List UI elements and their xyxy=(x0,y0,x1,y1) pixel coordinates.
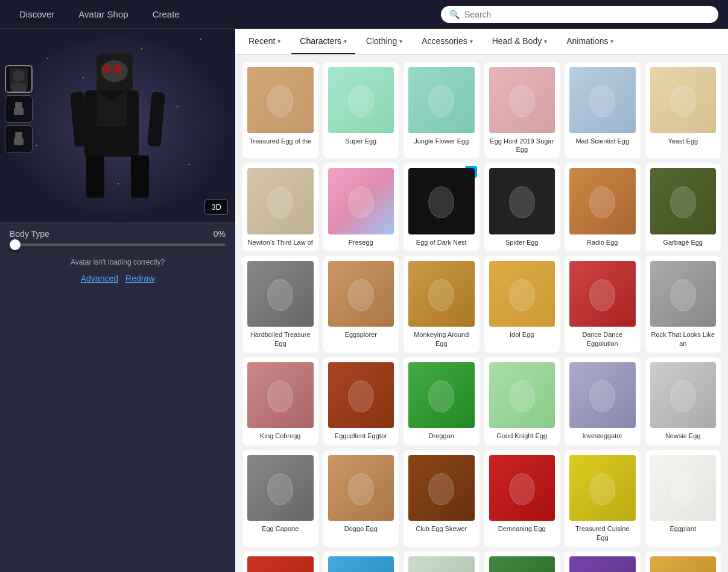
item-image xyxy=(489,556,555,572)
avatar-thumb-1[interactable] xyxy=(5,95,33,123)
svg-rect-3 xyxy=(14,138,24,145)
redraw-link[interactable]: Redraw xyxy=(125,274,154,283)
item-card[interactable]: ✓ Egg of Dark Nest xyxy=(404,163,480,251)
cat-headbody[interactable]: Head & Body ▾ xyxy=(484,29,556,54)
item-card[interactable]: Mad Scientist Egg xyxy=(565,62,641,159)
item-card[interactable]: Radio Egg xyxy=(565,163,641,251)
svg-point-21 xyxy=(670,280,695,311)
cat-clothing-label: Clothing xyxy=(366,36,397,46)
cat-animations[interactable]: Animations ▾ xyxy=(558,29,622,54)
cat-animations-label: Animations xyxy=(566,36,608,46)
item-card[interactable]: Newsie Egg xyxy=(645,357,721,445)
item-card[interactable]: Sugar Crystal Egg xyxy=(323,552,399,572)
item-card[interactable]: Presegg xyxy=(323,163,399,251)
item-card[interactable]: Idol Egg xyxy=(484,256,560,353)
search-input[interactable] xyxy=(464,10,710,19)
item-card[interactable]: Egg Capone xyxy=(242,450,318,547)
egg-svg xyxy=(264,570,297,572)
item-card[interactable]: Garbagé Egg xyxy=(645,163,721,251)
item-card[interactable]: Treasured Cuisine Egg xyxy=(565,450,641,547)
item-card[interactable]: Newton's Third Law of xyxy=(242,163,318,251)
item-card[interactable]: Dance Dance Eggolution xyxy=(565,256,641,353)
item-name: Eggsplorer xyxy=(328,330,394,339)
item-card[interactable]: Yeast Egg xyxy=(645,62,721,159)
body-type-pct: 0% xyxy=(214,229,226,239)
svg-point-8 xyxy=(590,86,615,117)
svg-point-32 xyxy=(590,474,615,505)
cat-accessories-label: Accessories xyxy=(422,36,467,46)
svg-point-15 xyxy=(670,187,695,218)
item-name: Egg Hunt 2019 Sugar Egg xyxy=(489,137,555,154)
item-name: Radio Egg xyxy=(569,238,636,247)
item-image xyxy=(247,556,314,572)
egg-svg xyxy=(586,274,619,313)
cat-animations-chevron: ▾ xyxy=(610,38,613,45)
right-panel: Recent ▾ Characters ▾ Clothing ▾ Accesso… xyxy=(235,29,728,572)
item-card[interactable]: Eggchup xyxy=(242,552,318,572)
nav-discover[interactable]: Discover xyxy=(10,4,64,24)
item-card[interactable]: Club Egg Skewer xyxy=(404,450,480,547)
item-card[interactable]: Eggsplorer xyxy=(323,256,399,353)
egg-svg xyxy=(666,570,700,572)
avatar-thumb-main[interactable] xyxy=(5,65,33,93)
item-name: Egg of Dark Nest xyxy=(408,238,475,247)
cat-accessories[interactable]: Accessories ▾ xyxy=(413,29,481,54)
item-card[interactable]: Jungle Flower Egg xyxy=(404,62,480,159)
item-card[interactable]: Alleggator xyxy=(484,552,560,572)
item-card[interactable]: Treasured Egg of the xyxy=(242,62,318,159)
item-card[interactable]: Eggplant xyxy=(645,450,721,547)
svg-point-27 xyxy=(670,381,695,412)
item-card[interactable]: King Cobregg xyxy=(242,357,318,445)
svg-point-7 xyxy=(509,86,534,117)
cat-characters[interactable]: Characters ▾ xyxy=(291,29,355,54)
advanced-link[interactable]: Advanced xyxy=(81,274,118,283)
egg-svg xyxy=(505,80,539,119)
item-card[interactable]: Eggfection xyxy=(404,552,480,572)
item-card[interactable]: Eggcellent Eggtor xyxy=(323,357,399,445)
body-type-slider[interactable] xyxy=(10,244,226,246)
svg-point-16 xyxy=(268,280,293,311)
cat-clothing[interactable]: Clothing ▾ xyxy=(358,29,411,54)
item-name: Treasured Egg of the xyxy=(247,137,314,145)
item-image xyxy=(489,455,555,521)
item-image xyxy=(650,261,717,327)
egg-svg xyxy=(425,274,458,313)
item-card[interactable]: Egg Hunt 2019 Sugar Egg xyxy=(484,62,560,159)
item-name: Hardboiled Treasure Egg xyxy=(247,330,314,348)
nav-avatar-shop[interactable]: Avatar Shop xyxy=(69,4,138,24)
item-card[interactable]: Investeggator xyxy=(565,357,641,445)
item-card[interactable]: Hardboiled Treasure Egg xyxy=(242,256,318,353)
item-image xyxy=(408,362,475,429)
item-image xyxy=(650,455,717,521)
item-card[interactable]: Spider Egg xyxy=(484,163,560,251)
btn-3d[interactable]: 3D xyxy=(204,200,228,215)
search-bar[interactable]: 🔍 xyxy=(441,6,718,23)
svg-point-28 xyxy=(268,474,293,505)
avatar-thumb-2[interactable] xyxy=(5,125,33,153)
egg-svg xyxy=(264,181,297,221)
svg-point-12 xyxy=(429,187,454,218)
item-name: Club Egg Skewer xyxy=(408,524,475,533)
item-card[interactable]: Good Knight Egg xyxy=(484,357,560,445)
egg-svg xyxy=(586,181,619,221)
item-name: Super Egg xyxy=(328,137,394,145)
item-image xyxy=(569,455,636,521)
category-nav: Recent ▾ Characters ▾ Clothing ▾ Accesso… xyxy=(235,29,728,55)
egg-svg xyxy=(586,570,619,572)
svg-point-11 xyxy=(348,187,373,218)
nav-create[interactable]: Create xyxy=(143,4,189,24)
egg-svg xyxy=(344,570,378,572)
item-card[interactable]: Super Egg xyxy=(323,62,399,159)
item-name: Garbagé Egg xyxy=(650,238,717,247)
item-card[interactable]: Doggo Egg xyxy=(323,450,399,547)
svg-point-23 xyxy=(348,381,373,412)
item-card[interactable]: Egg of Wishes xyxy=(565,552,641,572)
item-card[interactable]: Rock That Looks Like an xyxy=(645,256,721,353)
item-card[interactable]: Dreggon xyxy=(404,357,480,445)
cat-recent[interactable]: Recent ▾ xyxy=(240,29,289,54)
item-card[interactable]: Treasured Egg of xyxy=(645,552,721,572)
item-card[interactable]: Monkeying Around Egg xyxy=(404,256,480,353)
slider-thumb[interactable] xyxy=(10,239,21,250)
avatar-thumbnail-strip xyxy=(5,65,33,153)
item-card[interactable]: Demeaning Egg xyxy=(484,450,560,547)
